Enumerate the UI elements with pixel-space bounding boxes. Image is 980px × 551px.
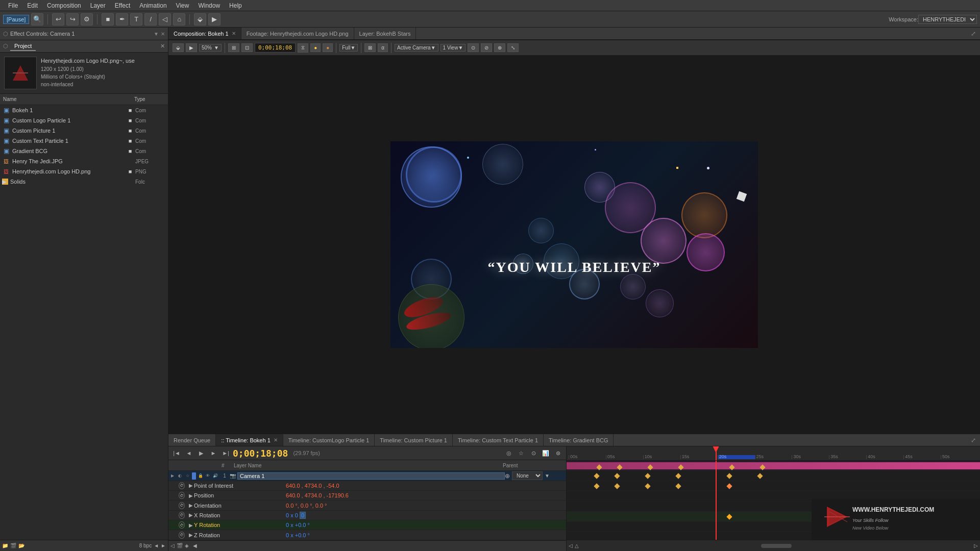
grid-btn[interactable]: ⊞ bbox=[228, 43, 239, 52]
menu-effect[interactable]: Effect bbox=[111, 1, 134, 10]
tl-flow-btn[interactable]: ⊛ bbox=[553, 448, 563, 458]
menu-window[interactable]: Window bbox=[194, 1, 224, 10]
render-btn[interactable]: ⊙ bbox=[468, 43, 479, 52]
tl-r-btn3[interactable]: ▷ bbox=[974, 543, 978, 548]
flow-btn[interactable]: ⊘ bbox=[481, 43, 492, 52]
snap-btn[interactable]: ⬙ bbox=[173, 43, 184, 52]
menu-view[interactable]: View bbox=[172, 1, 193, 10]
tl-motion-blur-btn[interactable]: ⊙ bbox=[528, 448, 538, 458]
tl-scrollbar-thumb[interactable] bbox=[761, 544, 792, 548]
prop-value-position[interactable]: 640.0 , 4734.0 , -17190.6 bbox=[286, 492, 349, 498]
effect-controls-close[interactable]: ✕ bbox=[161, 31, 165, 37]
project-item-bokeh[interactable]: ▣ Bokeh 1 ■ Com bbox=[0, 105, 168, 115]
color-btn[interactable]: ● bbox=[310, 43, 321, 52]
prop-value-zrot[interactable]: 0 x +0.0 ° bbox=[286, 532, 310, 538]
open-btn[interactable]: 📂 bbox=[18, 543, 24, 548]
parent-dropdown-arrow[interactable]: ▼ bbox=[545, 473, 550, 479]
menu-edit[interactable]: Edit bbox=[23, 1, 42, 10]
menu-file[interactable]: File bbox=[4, 1, 22, 10]
text-tool[interactable]: T bbox=[130, 13, 142, 26]
alpha-btn[interactable]: α bbox=[378, 43, 388, 52]
viewer-tab-comp[interactable]: Composition: Bokeh 1 ✕ bbox=[168, 28, 241, 39]
tab-gradient[interactable]: Timeline: Gradient BCG bbox=[544, 434, 614, 446]
camera-dropdown[interactable]: Active Camera ▼ bbox=[395, 44, 438, 52]
tl-shy-btn[interactable]: ☆ bbox=[516, 448, 526, 458]
tl-nav-prev[interactable]: ◄ bbox=[184, 448, 194, 458]
switch-lock[interactable]: 🔒 bbox=[198, 472, 204, 480]
color-btn2[interactable]: ● bbox=[323, 43, 333, 52]
project-item-solids[interactable]: ▶ Solids Folc bbox=[0, 177, 168, 187]
bpc-btn[interactable]: ◄ bbox=[154, 543, 159, 548]
preview-play-btn[interactable]: ▶ bbox=[186, 43, 197, 52]
stopwatch-pos[interactable]: ⏱ bbox=[179, 492, 185, 499]
redo-button[interactable]: ↪ bbox=[66, 13, 79, 26]
menu-composition[interactable]: Composition bbox=[43, 1, 85, 10]
stopwatch-ori[interactable]: ⏱ bbox=[179, 502, 185, 509]
clone-tool[interactable]: ⌂ bbox=[173, 13, 185, 26]
tab-render-queue[interactable]: Render Queue bbox=[168, 434, 216, 446]
snap2-btn[interactable]: ⊠ bbox=[364, 43, 376, 52]
effect-controls-menu[interactable]: ▼ bbox=[154, 31, 159, 37]
prop-value-yrot[interactable]: 0 x +0.0 ° bbox=[286, 522, 310, 528]
tl-r-btn2[interactable]: △ bbox=[575, 543, 579, 548]
switch-audio[interactable]: 🔊 bbox=[212, 472, 218, 480]
menu-animation[interactable]: Animation bbox=[135, 1, 170, 10]
pause-button[interactable]: [Pause] bbox=[3, 15, 29, 24]
quality-dropdown[interactable]: Full ▼ bbox=[339, 44, 358, 52]
prop-row-zrot[interactable]: ⏱ ▶ Z Rotation 0 x +0.0 ° bbox=[168, 530, 566, 540]
prop-row-position[interactable]: ⏱ ▶ Position 640.0 , 4734.0 , -17190.6 bbox=[168, 491, 566, 500]
switch-eye[interactable]: 👁 bbox=[205, 472, 211, 480]
switch-solo[interactable]: ◐ bbox=[177, 472, 183, 480]
reset-btn[interactable]: ⤡ bbox=[507, 43, 519, 52]
stopwatch-poi[interactable]: ⏱ bbox=[179, 482, 185, 489]
viewer-tab-footage[interactable]: Footage: Henrythejedi.com Logo HD.png bbox=[241, 28, 354, 39]
layer-row-camera[interactable]: ▶ ◐ ☆ 🔒 👁 🔊 1 📷 Camera 1 bbox=[168, 471, 566, 481]
tl-scrollbar-area[interactable] bbox=[581, 544, 972, 548]
preview-btn[interactable]: ► bbox=[161, 543, 166, 548]
project-item-logopng[interactable]: 🖼 Henrythejedi.com Logo HD.png ■ PNG bbox=[0, 166, 168, 177]
parent-select-camera[interactable]: None bbox=[512, 471, 543, 480]
tab-timeline-bokeh[interactable]: :: Timeline: Bokeh 1 ✕ bbox=[216, 434, 283, 446]
workspace-select[interactable]: HENRYTHEJEDI bbox=[918, 15, 977, 24]
project-item-customlogo[interactable]: ▣ Custom Logo Particle 1 ■ Com bbox=[0, 115, 168, 126]
tl-bc-btn1[interactable]: ◁ bbox=[170, 543, 175, 548]
new-comp-btn[interactable]: 🎬 bbox=[10, 543, 16, 548]
magnify-tool[interactable]: 🔍 bbox=[31, 13, 43, 26]
tab-custompic[interactable]: Timeline: Custom Picture 1 bbox=[375, 434, 453, 446]
project-close[interactable]: ✕ bbox=[160, 43, 165, 49]
view-dropdown[interactable]: 1 View ▼ bbox=[440, 44, 466, 52]
project-tab[interactable]: Project bbox=[10, 42, 36, 51]
stopwatch-yrot[interactable]: ⏱ bbox=[179, 521, 185, 529]
tl-graph-btn[interactable]: 📊 bbox=[541, 448, 551, 458]
prop-row-xrot[interactable]: ⏱ ▶ X Rotation 0 x 0 0 bbox=[168, 511, 566, 520]
settings-button[interactable]: ⚙ bbox=[81, 13, 93, 26]
tab-customtext[interactable]: Timeline: Custom Text Particle 1 bbox=[453, 434, 544, 446]
timeline-expand[interactable]: ⤢ bbox=[967, 437, 980, 444]
eraser-tool[interactable]: ◁ bbox=[159, 13, 171, 26]
prop-row-poi[interactable]: ⏱ ▶ Point of Interest 640.0 , 4734.0 , -… bbox=[168, 481, 566, 491]
tab-customlogo[interactable]: Timeline: CustomLogo Particle 1 bbox=[283, 434, 375, 446]
stop-button[interactable]: ■ bbox=[102, 13, 114, 26]
tl-bc-btn3[interactable]: ◈ bbox=[185, 543, 189, 548]
stopwatch-zrot[interactable]: ⏱ bbox=[179, 532, 185, 539]
project-item-customtext[interactable]: ▣ Custom Text Particle 1 ■ Com bbox=[0, 136, 168, 146]
tl-nav-last[interactable]: ►| bbox=[220, 448, 231, 458]
prop-value-orientation[interactable]: 0.0 °, 0.0 °, 0.0 ° bbox=[286, 503, 327, 509]
menu-help[interactable]: Help bbox=[225, 1, 246, 10]
export-button[interactable]: ▶ bbox=[208, 13, 220, 26]
brush-tool[interactable]: / bbox=[144, 13, 157, 26]
viewer-expand-btn[interactable]: ⤢ bbox=[967, 30, 980, 37]
tl-solo-btn[interactable]: ◎ bbox=[504, 448, 514, 458]
tl-nav-first[interactable]: |◄ bbox=[172, 448, 182, 458]
tl-nav-next[interactable]: ► bbox=[208, 448, 218, 458]
prop-row-orientation[interactable]: ⏱ ▶ Orientation 0.0 °, 0.0 °, 0.0 ° bbox=[168, 500, 566, 510]
tl-nav-play[interactable]: ▶ bbox=[196, 448, 206, 458]
timecode-btn[interactable]: ⧖ bbox=[298, 43, 308, 53]
viewer-tab-comp-close[interactable]: ✕ bbox=[232, 31, 236, 36]
switch-shy[interactable]: ☆ bbox=[184, 472, 190, 480]
prop-value-xrot[interactable]: 0 x 0 0 bbox=[286, 512, 306, 518]
prop-value-poi[interactable]: 640.0 , 4734.0 , -54.0 bbox=[286, 483, 339, 489]
prop-row-yrot[interactable]: ⏱ ▶ Y Rotation 0 x +0.0 ° bbox=[168, 520, 566, 530]
project-item-gradient[interactable]: ▣ Gradient BCG ■ Com bbox=[0, 146, 168, 156]
project-item-henry[interactable]: 🖼 Henry The Jedi.JPG JPEG bbox=[0, 156, 168, 166]
